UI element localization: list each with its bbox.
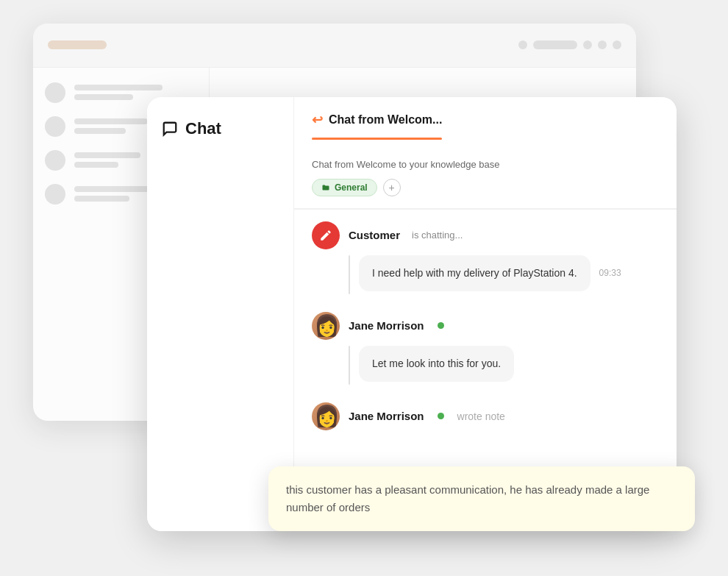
tab-arrow-icon: ↩: [312, 112, 323, 128]
bg-line: [74, 118, 148, 124]
sender-row-customer: Customer is chatting...: [312, 221, 659, 249]
online-indicator-jane-note: [438, 413, 444, 419]
tag-general[interactable]: General: [312, 179, 377, 196]
bg-dot-2: [533, 40, 577, 49]
avatar-jane: [312, 312, 340, 340]
bg-dot-3: [583, 40, 592, 49]
tab-row: ↩ Chat from Welcom...: [312, 112, 659, 149]
tab-label: Chat from Welcom...: [329, 113, 442, 127]
chat-panel-icon: [162, 121, 178, 137]
message-indent-jane: Let me look into this for you.: [312, 346, 659, 385]
message-row-1: I need help with my delivery of PlayStat…: [349, 255, 659, 294]
message-bubble-row-jane: Let me look into this for you.: [359, 346, 514, 382]
bg-lines: [74, 186, 155, 202]
message-bubble-jane: Let me look into this for you.: [359, 346, 514, 382]
bg-line: [74, 196, 129, 202]
wrote-note-label: wrote note: [457, 410, 505, 422]
bg-line: [74, 152, 140, 158]
bg-topbar: [33, 24, 636, 68]
bg-topbar-pill: [48, 40, 107, 49]
bg-line: [74, 85, 163, 90]
bg-dot-1: [518, 40, 527, 49]
note-text: this customer has a pleasant communicati…: [286, 481, 677, 516]
bg-dot-4: [598, 40, 607, 49]
bg-dot-5: [613, 40, 621, 49]
sender-name-jane: Jane Morrison: [349, 319, 424, 332]
tag-label: General: [335, 182, 368, 193]
message-bubble-customer: I need help with my delivery of PlayStat…: [359, 255, 590, 291]
bg-line: [74, 128, 126, 134]
bg-circle: [45, 150, 65, 171]
bg-lines: [74, 118, 148, 134]
online-indicator-jane: [438, 322, 444, 329]
message-time-customer: 09:33: [599, 268, 621, 278]
sender-status-customer: is chatting...: [412, 230, 463, 241]
message-row-2: Let me look into this for you.: [349, 346, 659, 385]
avatar-jane-note: [312, 402, 340, 430]
chat-subtitle: Chat from Welcome to your knowledge base: [312, 159, 659, 170]
message-group-jane: Jane Morrison Let me look into this for …: [312, 300, 659, 385]
add-tag-button[interactable]: +: [383, 179, 401, 196]
tags-row: General +: [312, 179, 659, 196]
message-bubble-row: I need help with my delivery of PlayStat…: [359, 255, 621, 291]
bg-topbar-dots: [518, 40, 621, 49]
sender-name-jane-note: Jane Morrison: [349, 410, 424, 422]
edit-icon: [319, 229, 332, 242]
active-tab[interactable]: ↩ Chat from Welcom...: [312, 112, 442, 138]
left-bar-jane: [349, 346, 350, 385]
bg-line: [74, 162, 118, 168]
avatar-customer: [312, 221, 340, 249]
left-bar: [349, 255, 350, 294]
left-panel: Chat: [147, 97, 294, 531]
bg-circle: [45, 184, 65, 205]
note-card: this customer has a pleasant communicati…: [268, 466, 695, 531]
bg-circle: [45, 82, 65, 103]
panel-header: ↩ Chat from Welcom... Chat from Welcome …: [294, 97, 677, 210]
sender-name-customer: Customer: [349, 229, 400, 241]
message-indent-customer: I need help with my delivery of PlayStat…: [312, 255, 659, 294]
sender-row-jane-note: Jane Morrison wrote note: [312, 402, 659, 430]
bg-line: [74, 186, 155, 192]
folder-icon: [321, 183, 330, 192]
bg-circle: [45, 116, 65, 137]
bg-line: [74, 94, 133, 100]
chat-panel-title: Chat: [162, 119, 279, 138]
message-group-customer: Customer is chatting... I need help with…: [312, 210, 659, 294]
bg-lines: [74, 152, 140, 168]
chat-panel-label: Chat: [185, 119, 221, 138]
sender-row-jane: Jane Morrison: [312, 312, 659, 340]
message-group-jane-note: Jane Morrison wrote note: [312, 391, 659, 436]
